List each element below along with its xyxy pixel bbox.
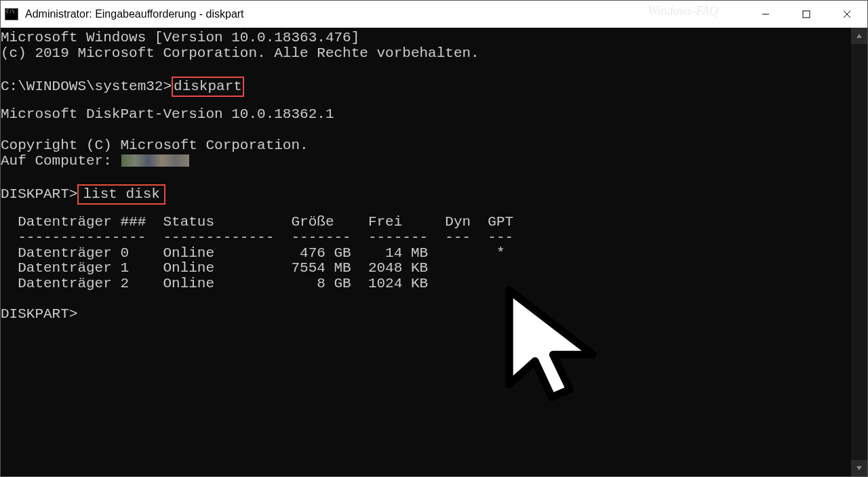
diskpart-version-line: Microsoft DiskPart-Version 10.0.18362.1: [1, 106, 334, 122]
svg-marker-6: [856, 466, 862, 470]
svg-rect-1: [803, 11, 810, 18]
cmd-window: Administrator: Eingabeaufforderung - dis…: [0, 0, 868, 477]
window-controls: [745, 1, 867, 27]
svg-marker-5: [856, 34, 862, 38]
vertical-scrollbar[interactable]: [851, 28, 867, 476]
table-header: Datenträger ### Status Größe Frei Dyn GP…: [1, 214, 513, 230]
cmd-listdisk-highlight: list disk: [77, 184, 165, 205]
cmd-diskpart-highlight: diskpart: [172, 77, 244, 97]
close-button[interactable]: [827, 1, 867, 27]
maximize-button[interactable]: [786, 1, 827, 27]
diskpart-copyright-line: Copyright (C) Microsoft Corporation.: [1, 138, 309, 153]
table-row: Datenträger 2 Online 8 GB 1024 KB: [1, 276, 428, 291]
titlebar[interactable]: Administrator: Eingabeaufforderung - dis…: [1, 1, 867, 28]
on-computer-label: Auf Computer:: [1, 153, 120, 169]
diskpart-prompt: DISKPART>: [1, 186, 77, 202]
cmd-icon: [5, 8, 18, 20]
terminal-output[interactable]: Microsoft Windows [Version 10.0.18363.47…: [1, 28, 851, 476]
table-row: Datenträger 0 Online 476 GB 14 MB *: [1, 245, 505, 261]
copyright-line: (c) 2019 Microsoft Corporation. Alle Rec…: [1, 45, 479, 61]
prompt-path: C:\WINDOWS\system32>: [1, 79, 172, 94]
minimize-button[interactable]: [745, 1, 786, 27]
watermark-text: Windows-FAQ: [648, 4, 718, 18]
terminal-area: Microsoft Windows [Version 10.0.18363.47…: [1, 28, 867, 476]
computer-name-blurred: [121, 154, 189, 167]
table-row: Datenträger 1 Online 7554 MB 2048 KB: [1, 260, 428, 276]
diskpart-prompt-idle: DISKPART>: [1, 306, 77, 322]
os-version-line: Microsoft Windows [Version 10.0.18363.47…: [1, 30, 359, 45]
window-title: Administrator: Eingabeaufforderung - dis…: [25, 8, 244, 20]
scroll-down-button[interactable]: [851, 460, 867, 476]
table-separator: --------------- ------------- ------- --…: [1, 230, 513, 245]
scroll-up-button[interactable]: [851, 28, 867, 44]
